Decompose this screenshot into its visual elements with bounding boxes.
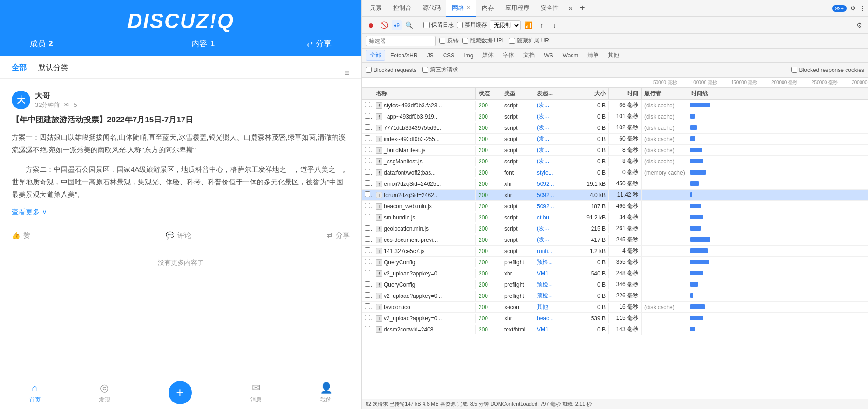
table-row[interactable]: f7771dcb36439755d9...200script(发...0 B10… bbox=[362, 122, 868, 134]
type-filter-媒体[interactable]: 媒体 bbox=[478, 50, 498, 61]
read-more-button[interactable]: 查看更多 ∨ bbox=[12, 208, 350, 217]
settings2-icon[interactable]: ⚙ bbox=[854, 20, 864, 30]
row-initiator[interactable]: (发... bbox=[534, 122, 576, 133]
customize-icon[interactable]: ⋮ bbox=[860, 5, 866, 12]
hide-data-url-check[interactable] bbox=[462, 38, 468, 44]
row-initiator[interactable]: 预检... bbox=[534, 290, 576, 301]
hide-data-url-checkbox[interactable]: 隐藏数据 URL bbox=[462, 37, 505, 45]
table-row[interactable]: fcos-document-previ...200script(发...417 … bbox=[362, 234, 868, 246]
upload-icon[interactable]: ↑ bbox=[536, 20, 547, 30]
comment-action[interactable]: 💬 评论 bbox=[166, 231, 191, 240]
table-row[interactable]: fdcsm2conwid=2408...200text/htmlVM1...0 … bbox=[362, 324, 868, 335]
throttle-select[interactable]: 无限制 bbox=[490, 20, 521, 30]
row-checkbox[interactable] bbox=[365, 113, 370, 119]
disable-cache-checkbox[interactable]: 禁用缓存 bbox=[457, 21, 487, 29]
type-filter-ws[interactable]: WS bbox=[540, 51, 557, 60]
add-tab-button[interactable]: + bbox=[576, 3, 589, 13]
nav-home[interactable]: ⌂ 首页 bbox=[29, 382, 41, 404]
hide-ext-url-checkbox[interactable]: 隐藏扩展 URL bbox=[509, 37, 552, 45]
tab-network[interactable]: 网络 ✕ bbox=[446, 0, 476, 17]
table-row[interactable]: fbeacon_web.min.js200script5092...187 B4… bbox=[362, 201, 868, 212]
table-row[interactable]: fforum?dzqSid=2462...200xhr5092...4.0 kB… bbox=[362, 190, 868, 201]
row-checkbox[interactable] bbox=[365, 326, 370, 331]
like-action[interactable]: 👍 赞 bbox=[12, 231, 30, 240]
preserve-log-input[interactable] bbox=[423, 22, 430, 28]
tab-elements[interactable]: 元素 bbox=[364, 0, 388, 17]
tab-application[interactable]: 应用程序 bbox=[500, 0, 535, 17]
table-row[interactable]: fgeolocation.min.js200script(发...215 B26… bbox=[362, 223, 868, 234]
row-initiator[interactable]: beac... bbox=[534, 314, 576, 323]
type-filter-css[interactable]: CSS bbox=[439, 51, 459, 60]
nav-mine[interactable]: 👤 我的 bbox=[320, 382, 332, 404]
tab-memory[interactable]: 内存 bbox=[476, 0, 500, 17]
row-checkbox[interactable] bbox=[365, 102, 370, 107]
filter-input[interactable] bbox=[366, 36, 436, 46]
search-button[interactable]: 🔍 bbox=[404, 20, 415, 30]
row-checkbox[interactable] bbox=[365, 270, 370, 275]
download-icon[interactable]: ↓ bbox=[550, 20, 560, 30]
row-initiator[interactable]: 5092... bbox=[534, 190, 576, 200]
invert-checkbox[interactable]: 反转 bbox=[439, 37, 459, 45]
blocked-cookies-checkbox[interactable]: Blocked response cookies bbox=[791, 67, 864, 73]
type-filter-文档[interactable]: 文档 bbox=[519, 50, 539, 61]
table-row[interactable]: fv2_upload?appkey=0...200preflight预检...0… bbox=[362, 290, 868, 302]
row-initiator[interactable]: VM1... bbox=[534, 269, 576, 278]
row-initiator[interactable]: 预检... bbox=[534, 257, 576, 268]
row-checkbox[interactable] bbox=[365, 303, 370, 309]
row-initiator[interactable]: VM1... bbox=[534, 325, 576, 334]
row-initiator[interactable]: (发... bbox=[534, 156, 576, 167]
row-initiator[interactable]: 5092... bbox=[534, 202, 576, 211]
table-row[interactable]: ffavicon.ico200x-icon其他0 B16 毫秒(disk cac… bbox=[362, 302, 868, 313]
row-checkbox[interactable] bbox=[365, 158, 370, 163]
share-action[interactable]: ⇄ 分享 bbox=[327, 231, 350, 240]
type-filter-字体[interactable]: 字体 bbox=[499, 50, 518, 61]
table-row[interactable]: f141.327ce5c7.js200scriptrunti...1.2 kB4… bbox=[362, 246, 868, 257]
clear-button[interactable]: 🚫 bbox=[379, 20, 389, 30]
network-tab-close[interactable]: ✕ bbox=[466, 5, 471, 11]
row-initiator[interactable]: 其他 bbox=[534, 302, 576, 312]
row-checkbox[interactable] bbox=[365, 315, 370, 320]
type-filter-wasm[interactable]: Wasm bbox=[558, 51, 583, 60]
table-row[interactable]: f_buildManifest.js200script(发...0 B8 毫秒(… bbox=[362, 145, 868, 156]
table-row[interactable]: findex~493df0b3-255...200script(发...0 B6… bbox=[362, 134, 868, 145]
row-initiator[interactable]: (发... bbox=[534, 134, 576, 144]
filter-icon[interactable]: ≡ bbox=[344, 68, 350, 78]
row-initiator[interactable]: runti... bbox=[534, 247, 576, 256]
settings-icon[interactable]: ⚙ bbox=[850, 5, 856, 12]
invert-check[interactable] bbox=[439, 38, 445, 44]
disable-cache-input[interactable] bbox=[457, 22, 463, 28]
row-checkbox[interactable] bbox=[365, 214, 370, 219]
row-checkbox[interactable] bbox=[365, 292, 370, 298]
wifi-icon[interactable]: 📶 bbox=[523, 20, 534, 30]
row-checkbox[interactable] bbox=[365, 247, 370, 253]
third-party-checkbox[interactable]: 第三方请求 bbox=[422, 66, 458, 74]
type-filter-fetch/xhr[interactable]: Fetch/XHR bbox=[386, 51, 422, 60]
nav-plus-button[interactable]: + bbox=[169, 381, 192, 404]
nav-discover[interactable]: ◎ 发现 bbox=[99, 382, 110, 404]
more-tabs-button[interactable]: » bbox=[565, 4, 576, 13]
row-checkbox[interactable] bbox=[365, 135, 370, 141]
blocked-requests-checkbox[interactable]: Blocked requests bbox=[366, 67, 416, 73]
preserve-log-checkbox[interactable]: 保留日志 bbox=[423, 21, 454, 29]
row-checkbox[interactable] bbox=[365, 259, 370, 264]
table-row[interactable]: fsm.bundle.js200scriptct.bu...91.2 kB34 … bbox=[362, 212, 868, 223]
blocked-cookies-check[interactable] bbox=[791, 67, 797, 73]
row-initiator[interactable]: (发... bbox=[534, 223, 576, 234]
table-row[interactable]: femoji?dzqSid=24625...200xhr5092...19.1 … bbox=[362, 178, 868, 190]
row-checkbox[interactable] bbox=[365, 225, 370, 231]
table-row[interactable]: fstyles~493df0b3.fa23...200script(发...0 … bbox=[362, 100, 868, 111]
nav-messages[interactable]: ✉ 消息 bbox=[250, 382, 261, 404]
type-filter-清单[interactable]: 清单 bbox=[583, 50, 603, 61]
tab-default[interactable]: 默认分类 bbox=[38, 63, 68, 78]
table-row[interactable]: fv2_upload?appkey=0...200xhrbeac...539 B… bbox=[362, 313, 868, 324]
table-row[interactable]: fQueryConfig200preflight预检...0 B346 毫秒 bbox=[362, 279, 868, 290]
type-filter-js[interactable]: JS bbox=[423, 51, 438, 60]
table-row[interactable]: fv2_upload?appkey=0...200xhrVM1...540 B2… bbox=[362, 268, 868, 279]
row-checkbox[interactable] bbox=[365, 203, 370, 208]
table-row[interactable]: f_ssgManifest.js200script(发...0 B8 毫秒(di… bbox=[362, 156, 868, 167]
row-checkbox[interactable] bbox=[365, 124, 370, 130]
type-filter-img[interactable]: Img bbox=[459, 51, 477, 60]
table-row[interactable]: fdata:font/woff2;bas...200fontstyle...0 … bbox=[362, 167, 868, 178]
row-checkbox[interactable] bbox=[365, 180, 370, 186]
row-checkbox[interactable] bbox=[365, 236, 370, 242]
